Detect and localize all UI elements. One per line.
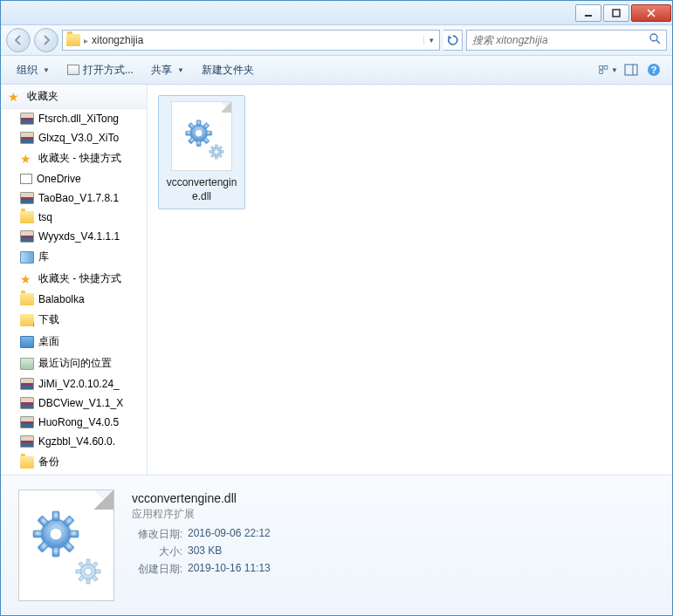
preview-pane-button[interactable] [621,60,641,79]
file-item[interactable]: vcconvertengine.dll [158,95,245,209]
rar-icon [20,230,34,243]
view-options-button[interactable]: ▼ [599,60,618,79]
minimize-button[interactable] [575,4,601,22]
sidebar-item-label: Glxzq_V3.0_XiTo [38,132,119,144]
svg-rect-1 [613,10,620,17]
folder-icon [20,456,34,469]
details-row: 修改日期:2016-09-06 22:12 [132,527,655,542]
organize-button[interactable]: 组织▼ [10,59,57,81]
open-with-button[interactable]: 打开方式... [60,59,141,81]
gear-small-icon [209,144,224,160]
content-pane[interactable]: vcconvertengine.dll [148,85,672,475]
sidebar-item[interactable]: JiMi_V2.0.10.24_ [1,374,147,394]
sidebar-item[interactable]: Kgzbbl_V4.60.0. [1,432,147,451]
sidebar-item[interactable]: 备份 [1,451,147,473]
sidebar-item-label: OneDrive [37,173,81,185]
svg-rect-42 [86,559,90,565]
svg-rect-34 [33,530,43,537]
favorites-header[interactable]: ★ 收藏夹 [1,85,147,109]
sidebar-item-label: HuoRong_V4.0.5 [38,416,119,428]
sidebar-item[interactable]: Glxzq_V3.0_XiTo [1,128,147,147]
help-button[interactable]: ? [644,60,663,79]
share-button[interactable]: 共享▼ [144,59,191,81]
address-bar[interactable]: ▸ xitongzhijia ▾ [62,30,440,51]
svg-rect-44 [76,570,81,573]
refresh-button[interactable] [443,30,463,51]
svg-rect-32 [52,511,59,521]
sidebar-item-label: JiMi_V2.0.10.24_ [38,378,120,390]
sidebar-item-label: Ftsrch.dll_XiTong [38,113,119,125]
rar-icon [20,192,34,204]
sidebar-item[interactable]: ★收藏夹 - 快捷方式 [1,268,147,290]
details-value: 303 KB [188,544,222,559]
down-icon [20,314,34,326]
maximize-button[interactable] [603,4,629,22]
chevron-down-icon: ▼ [43,66,50,74]
sidebar-item-label: DBCView_V1.1_X [38,397,123,409]
open-with-icon [67,65,79,75]
sidebar-item-label: 桌面 [38,334,59,349]
sidebar-item[interactable]: Ftsrch.dll_XiTong [1,109,147,128]
close-button[interactable] [631,4,671,22]
sidebar-item-label: 收藏夹 - 快捷方式 [38,271,121,286]
svg-point-2 [650,34,657,41]
rar-icon [20,416,34,428]
desk-icon [20,336,34,348]
sidebar-item[interactable]: tsq [1,208,147,227]
main-area: ★ 收藏夹 Ftsrch.dll_XiTongGlxzq_V3.0_XiTo★收… [1,85,672,475]
sidebar-item[interactable]: Wyyxds_V4.1.1.1 [1,227,147,246]
folder-icon [20,211,34,223]
sidebar-item[interactable]: Balabolka [1,290,147,309]
details-pane: vcconvertengine.dll 应用程序扩展 修改日期:2016-09-… [1,475,672,614]
rar-icon [20,113,34,125]
svg-rect-25 [221,151,224,154]
sidebar-item-label: 库 [38,250,49,264]
sidebar-item[interactable]: 下载 [1,309,147,331]
sidebar-item[interactable]: TaoBao_V1.7.8.1 [1,188,147,208]
address-dropdown[interactable]: ▾ [423,36,436,44]
sidebar-item[interactable]: DBCView_V1.1_X [1,394,147,413]
sidebar-item[interactable]: 库 [1,246,147,268]
toolbar: 组织▼ 打开方式... 共享▼ 新建文件夹 ▼ ? [1,56,672,85]
svg-rect-45 [95,570,100,573]
svg-rect-33 [52,547,59,557]
rar-icon [20,378,34,390]
details-value: 2016-09-06 22:12 [188,527,271,542]
search-bar[interactable] [466,30,667,51]
new-folder-button[interactable]: 新建文件夹 [195,59,261,81]
svg-rect-4 [600,65,603,69]
star-icon: ★ [8,91,22,103]
details-label: 创建日期: [132,562,182,577]
sidebar-item-label: Balabolka [38,293,85,305]
sidebar-item[interactable]: 最近访问的位置 [1,352,147,374]
svg-point-40 [50,528,62,540]
chevron-down-icon: ▼ [611,66,618,74]
search-input[interactable] [472,34,649,46]
window-titlebar [1,1,672,25]
address-path: xitongzhijia [92,34,420,46]
svg-point-30 [215,150,219,154]
rar-icon [20,397,34,409]
chevron-right-icon: ▸ [84,36,88,45]
details-info: vcconvertengine.dll 应用程序扩展 修改日期:2016-09-… [132,489,655,600]
sidebar-item[interactable]: ★收藏夹 - 快捷方式 [1,147,147,169]
svg-rect-13 [196,140,201,147]
details-thumbnail [18,489,114,601]
forward-button[interactable] [34,28,58,52]
back-button[interactable] [6,28,31,52]
search-icon[interactable] [649,33,661,47]
sidebar-item-label: 下载 [38,312,59,327]
svg-point-50 [85,568,92,575]
sidebar-item-label: Wyyxds_V4.1.1.1 [38,230,120,243]
sidebar-item[interactable]: 桌面 [1,331,147,352]
sidebar: ★ 收藏夹 Ftsrch.dll_XiTongGlxzq_V3.0_XiTo★收… [1,85,148,475]
sidebar-item-label: Kgzbbl_V4.60.0. [38,435,115,448]
folder-icon [20,293,34,305]
sidebar-item[interactable]: HuoRong_V4.0.5 [1,413,147,432]
star-icon: ★ [20,153,34,165]
details-value: 2019-10-16 11:13 [188,562,271,577]
sidebar-item[interactable]: OneDrive [1,169,147,188]
app-icon [20,174,32,184]
sidebar-item-label: 备份 [38,455,59,469]
rar-icon [20,132,34,144]
